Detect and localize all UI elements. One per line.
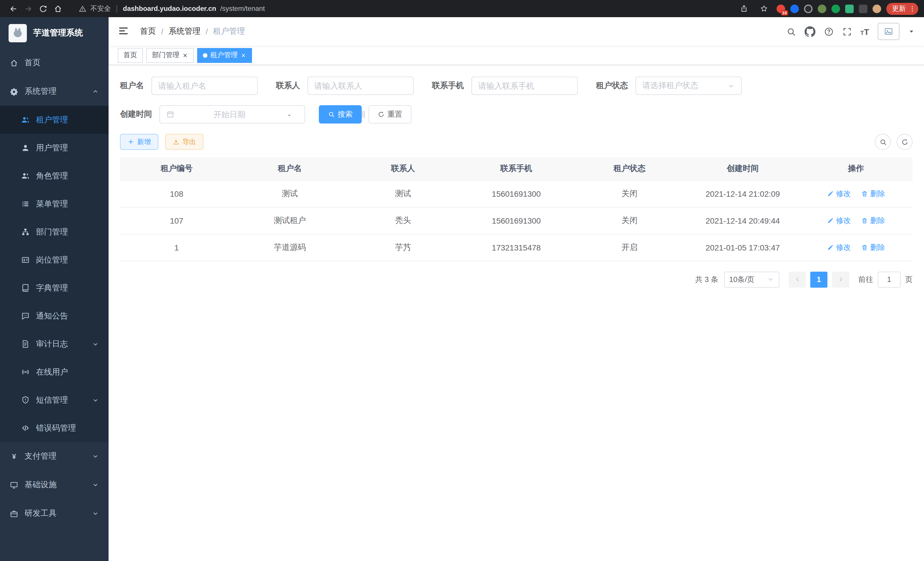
extension-icon[interactable] — [790, 4, 799, 13]
export-button[interactable]: 导出 — [165, 134, 203, 150]
toggle-search-button[interactable] — [875, 134, 891, 150]
close-icon[interactable] — [241, 52, 246, 58]
sidebar-item-dict-management[interactable]: 字典管理 — [0, 274, 109, 302]
page-number-button[interactable]: 1 — [810, 271, 827, 287]
close-icon[interactable] — [182, 52, 188, 58]
create-time-range-picker[interactable]: - — [159, 105, 305, 123]
sidebar-item-menu-management[interactable]: 菜单管理 — [0, 190, 109, 218]
sidebar-item-dept-management[interactable]: 部门管理 — [0, 218, 109, 246]
address-bar[interactable]: 不安全 dashboard.yudao.iocoder.cn/system/te… — [73, 2, 729, 15]
sidebar-item-payment[interactable]: 支付管理 — [0, 442, 109, 471]
app-logo[interactable]: 芋道管理系统 — [0, 17, 109, 49]
extension-icon[interactable] — [818, 4, 826, 13]
profile-avatar-icon[interactable] — [873, 4, 881, 13]
start-date-input[interactable] — [178, 110, 281, 119]
search-icon[interactable] — [786, 27, 796, 36]
code-icon — [21, 424, 30, 432]
sidebar-item-devtools[interactable]: 研发工具 — [0, 499, 109, 528]
breadcrumb-item[interactable]: 系统管理 — [169, 26, 201, 37]
sidebar-item-tenant-management[interactable]: 租户管理 — [0, 106, 109, 134]
next-page-button[interactable] — [832, 271, 849, 287]
github-icon[interactable] — [804, 26, 815, 37]
tag-home[interactable]: 首页 — [118, 48, 143, 63]
search-icon — [328, 111, 335, 118]
sidebar-item-sms-management[interactable]: 短信管理 — [0, 386, 109, 414]
prev-page-button[interactable] — [789, 271, 806, 287]
help-icon[interactable] — [824, 27, 833, 36]
font-size-icon[interactable]: TT — [860, 27, 869, 36]
sidebar-item-user-management[interactable]: 用户管理 — [0, 134, 109, 162]
edit-link[interactable]: 修改 — [827, 215, 851, 226]
sidebar-item-home[interactable]: 首页 — [0, 49, 109, 77]
bookmark-star-icon[interactable] — [757, 1, 771, 16]
extensions-puzzle-icon[interactable] — [859, 4, 867, 13]
chevron-right-icon — [837, 276, 844, 283]
add-button[interactable]: 新增 — [120, 134, 158, 150]
extension-icon[interactable] — [831, 4, 840, 13]
tag-tenant-management[interactable]: 租户管理 — [197, 48, 252, 63]
avatar[interactable] — [878, 23, 899, 40]
delete-link[interactable]: 删除 — [861, 215, 885, 226]
mobile-input-native[interactable] — [478, 81, 571, 90]
back-button[interactable] — [6, 1, 21, 16]
sidebar-item-label: 短信管理 — [36, 395, 68, 405]
sidebar-item-infrastructure[interactable]: 基础设施 — [0, 471, 109, 499]
sidebar-item-online-users[interactable]: 在线用户 — [0, 358, 109, 386]
reload-button[interactable] — [35, 1, 50, 16]
sidebar-item-system-management[interactable]: 系统管理 — [0, 77, 109, 106]
tenant-name-input-native[interactable] — [158, 81, 251, 90]
edit-link[interactable]: 修改 — [827, 188, 851, 199]
tag-label: 租户管理 — [210, 50, 238, 60]
page-size-select[interactable]: 10条/页 — [724, 271, 779, 287]
sidebar-item-label: 系统管理 — [25, 86, 57, 97]
caret-down-icon[interactable] — [908, 28, 915, 35]
edit-icon — [827, 244, 834, 251]
extension-badge: 10 — [781, 10, 788, 15]
forward-button[interactable] — [21, 1, 35, 16]
tag-label: 首页 — [123, 50, 137, 60]
tag-dept-management[interactable]: 部门管理 — [146, 48, 194, 63]
form-item-status: 租户状态 请选择租户状态 — [596, 77, 742, 95]
delete-label: 删除 — [870, 215, 885, 226]
sidebar-fold-icon[interactable] — [118, 25, 130, 38]
cell-status: 关闭 — [573, 180, 686, 207]
chevron-down-icon — [92, 341, 99, 347]
breadcrumb-item[interactable]: 首页 — [140, 26, 156, 37]
edit-link[interactable]: 修改 — [827, 242, 851, 253]
breadcrumb-separator: / — [206, 27, 208, 36]
sidebar-item-post-management[interactable]: 岗位管理 — [0, 246, 109, 274]
fullscreen-icon[interactable] — [842, 27, 852, 36]
goto-page-input[interactable] — [878, 271, 901, 287]
home-button[interactable] — [50, 1, 65, 16]
sidebar-item-label: 支付管理 — [25, 451, 57, 462]
delete-link[interactable]: 删除 — [861, 188, 885, 199]
share-icon[interactable] — [736, 1, 752, 16]
sidebar-item-error-code-management[interactable]: 错误码管理 — [0, 414, 109, 442]
kebab-menu-icon[interactable] — [909, 5, 916, 12]
contact-input-native[interactable] — [314, 81, 407, 90]
extension-icon[interactable]: 10 — [777, 4, 785, 13]
chevron-down-icon — [767, 276, 774, 283]
reset-button[interactable]: 重置 — [369, 105, 411, 123]
extension-icon[interactable] — [804, 4, 813, 13]
monitor-icon — [10, 481, 18, 489]
toolbox-icon — [10, 509, 18, 518]
tags-view: 首页 部门管理 租户管理 — [109, 46, 924, 65]
tenant-status-select[interactable]: 请选择租户状态 — [635, 77, 742, 95]
sidebar-item-audit-log[interactable]: 审计日志 — [0, 330, 109, 358]
logo-rabbit-icon — [9, 24, 27, 42]
delete-link[interactable]: 删除 — [861, 242, 885, 253]
sidebar-item-notice[interactable]: 通知公告 — [0, 302, 109, 330]
refresh-table-button[interactable] — [897, 134, 913, 150]
breadcrumb-current: 租户管理 — [213, 26, 245, 37]
tenant-table: 租户编号 租户名 联系人 联系手机 租户状态 创建时间 操作 108 测试 — [120, 157, 913, 261]
sidebar-item-label: 审计日志 — [36, 339, 68, 349]
security-label: 不安全 — [90, 4, 111, 14]
delete-label: 删除 — [870, 242, 885, 253]
sidebar-item-role-management[interactable]: 角色管理 — [0, 162, 109, 190]
search-button[interactable]: 搜索 — [319, 105, 362, 123]
extension-icon[interactable] — [845, 4, 854, 13]
update-button[interactable]: 更新 — [886, 3, 918, 15]
app-title: 芋道管理系统 — [33, 27, 83, 38]
cell-tenant-id: 1 — [120, 234, 233, 261]
